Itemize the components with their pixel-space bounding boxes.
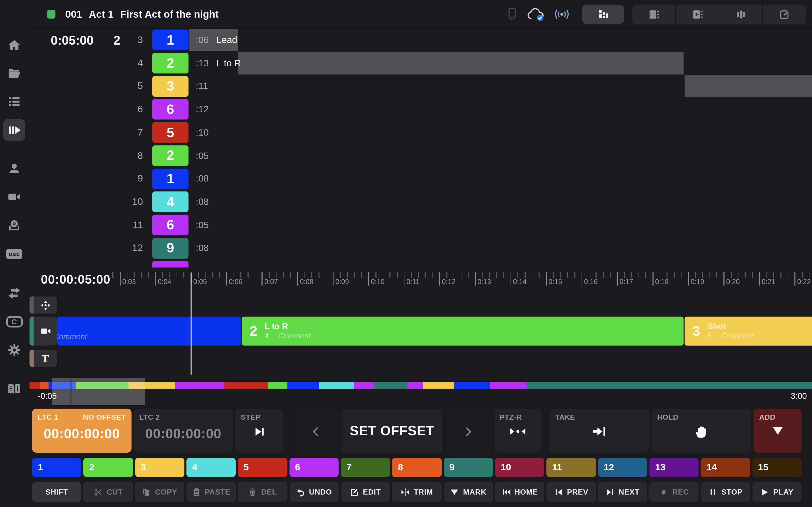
cloud-sync-icon[interactable] — [527, 7, 545, 22]
camera-button-13[interactable]: 13 — [649, 458, 699, 477]
timeline-clip-Shot[interactable]: 3Shot5Comment — [685, 317, 812, 346]
sidebar-item-companion[interactable]: C — [3, 310, 26, 333]
sidebar-item-ptz[interactable] — [3, 214, 26, 236]
sidebar-item-transfer[interactable] — [3, 282, 26, 304]
camera-button-8[interactable]: 8 — [392, 458, 442, 477]
paste-button[interactable]: PASTE — [187, 482, 236, 502]
cue-row-5[interactable]: 53:11 — [30, 75, 812, 98]
hold-label: HOLD — [657, 413, 678, 421]
camera-button-4[interactable]: 4 — [187, 458, 236, 477]
del-button[interactable]: DEL — [238, 482, 287, 502]
step-button[interactable]: STEP — [235, 409, 284, 453]
camera-button-14[interactable]: 14 — [701, 458, 750, 477]
camera-button-15[interactable]: 15 — [752, 458, 802, 477]
edit-button[interactable]: EDIT — [341, 482, 390, 502]
cue-row-12[interactable]: 129:08 — [30, 236, 812, 260]
trim-button[interactable]: TRIM — [392, 482, 442, 502]
cue-camera-badge[interactable]: 2 — [152, 53, 189, 73]
offset-increase-button[interactable] — [445, 409, 492, 453]
sidebar-item-player[interactable] — [3, 119, 26, 141]
cue-row-3[interactable]: 31:06Lead — [30, 29, 812, 52]
tab-edit-view[interactable] — [762, 5, 806, 24]
cue-camera-badge[interactable]: 1 — [152, 168, 189, 189]
prev-button[interactable]: PREV — [547, 482, 596, 502]
add-button[interactable]: ADD — [754, 409, 802, 453]
sidebar-item-users[interactable] — [3, 157, 26, 179]
cue-camera-badge[interactable]: 6 — [152, 99, 189, 120]
playhead[interactable] — [191, 273, 192, 375]
ltc1-button[interactable]: LTC 1 NO OFFSET 00:00:00:00 — [32, 409, 132, 453]
cue-row-11[interactable]: 116:05 — [30, 214, 812, 236]
broadcast-icon[interactable] — [554, 7, 570, 21]
sidebar-item-cameras[interactable] — [3, 186, 26, 208]
sidebar-item-manual[interactable] — [3, 378, 26, 400]
play-button[interactable]: PLAY — [752, 482, 802, 502]
move-track-header[interactable] — [34, 296, 57, 314]
rec-button[interactable]: REC — [649, 482, 699, 502]
camera-button-5[interactable]: 5 — [238, 458, 287, 477]
ruler-minor-tick — [567, 272, 568, 278]
camera-button-2[interactable]: 2 — [84, 458, 133, 477]
cue-row-4[interactable]: 42:13L to R — [30, 52, 812, 75]
cue-camera-badge[interactable]: 6 — [152, 215, 189, 235]
camera-track-header[interactable] — [34, 317, 57, 346]
camera-button-9[interactable]: 9 — [444, 458, 493, 477]
camera-button-3[interactable]: 3 — [135, 458, 185, 477]
copy-button[interactable]: COPY — [135, 482, 185, 502]
sidebar-item-settings[interactable] — [3, 339, 26, 361]
camera-button-10[interactable]: 10 — [495, 458, 545, 477]
take-button[interactable]: TAKE — [549, 409, 649, 453]
stop-button[interactable]: STOP — [701, 482, 750, 502]
timeline-clip-partial[interactable]: Comment — [57, 317, 241, 346]
cue-camera-badge[interactable]: 5 — [152, 122, 189, 143]
shift-button[interactable]: SHIFT — [32, 482, 82, 502]
cue-camera-badge[interactable]: 4 — [152, 191, 189, 212]
minimap-segment — [175, 382, 224, 389]
tab-player-view[interactable] — [675, 5, 719, 24]
cue-camera-badge[interactable]: 3 — [152, 76, 189, 97]
tab-list-view[interactable] — [632, 5, 675, 24]
camera-button-6[interactable]: 6 — [289, 458, 339, 477]
mark-button[interactable]: MARK — [444, 482, 493, 502]
ruler-minor-tick — [674, 272, 675, 278]
next-button[interactable]: NEXT — [598, 482, 647, 502]
camera-button-11[interactable]: 11 — [547, 458, 596, 477]
timeline-minimap[interactable]: -0:05 3:00 — [30, 378, 812, 405]
ltc2-button[interactable]: LTC 2 00:00:00:00 — [134, 409, 233, 453]
tab-mixer-view[interactable] — [719, 5, 762, 24]
sidebar-item-cue-list[interactable] — [3, 91, 26, 113]
ptz-recall-button[interactable]: PTZ-R — [494, 409, 542, 453]
cue-row-6[interactable]: 66:12 — [30, 98, 812, 121]
offset-decrease-button[interactable] — [293, 409, 339, 453]
camera-button-12[interactable]: 12 — [598, 458, 647, 477]
cue-camera-badge[interactable]: 2 — [152, 145, 189, 166]
device-icon[interactable] — [506, 7, 518, 21]
cut-button[interactable]: CUT — [84, 482, 133, 502]
sidebar-item-projects[interactable] — [3, 62, 26, 84]
sidebar-item-osc[interactable]: osc — [3, 243, 26, 265]
cue-camera-badge[interactable]: 9 — [152, 238, 189, 259]
timeline-clip-L to R[interactable]: 2L to R4Comment — [242, 317, 683, 346]
hold-button[interactable]: HOLD — [651, 409, 751, 453]
camera-button-7[interactable]: 7 — [341, 458, 390, 477]
action-label: DEL — [261, 488, 277, 496]
ruler-minor-tick — [738, 272, 739, 278]
cue-row-8[interactable]: 82:05 — [30, 144, 812, 167]
camera-button-1[interactable]: 1 — [32, 458, 82, 477]
cue-row-9[interactable]: 91:08 — [30, 167, 812, 190]
set-offset-button[interactable]: SET OFFSET — [341, 409, 443, 453]
text-track-header[interactable]: T — [34, 350, 57, 367]
cue-camera-badge[interactable]: 1 — [152, 30, 189, 50]
cue-duration: :05 — [196, 144, 209, 167]
sidebar-item-home[interactable] — [3, 34, 26, 56]
cue-row-10[interactable]: 104:08 — [30, 190, 812, 214]
cue-row-7[interactable]: 75:10 — [30, 121, 812, 144]
minimap-viewport[interactable] — [52, 378, 145, 405]
ruler-minor-tick — [318, 272, 319, 278]
home-button[interactable]: HOME — [495, 482, 545, 502]
ruler-minor-tick — [418, 272, 419, 278]
tab-timeline-view[interactable] — [582, 5, 624, 24]
undo-button[interactable]: UNDO — [289, 482, 339, 502]
timeline-ruler[interactable]: 00:00:05:00 0:030:040:050:060:070:080:09… — [30, 268, 812, 290]
ltc1-offset-status: NO OFFSET — [83, 413, 126, 421]
